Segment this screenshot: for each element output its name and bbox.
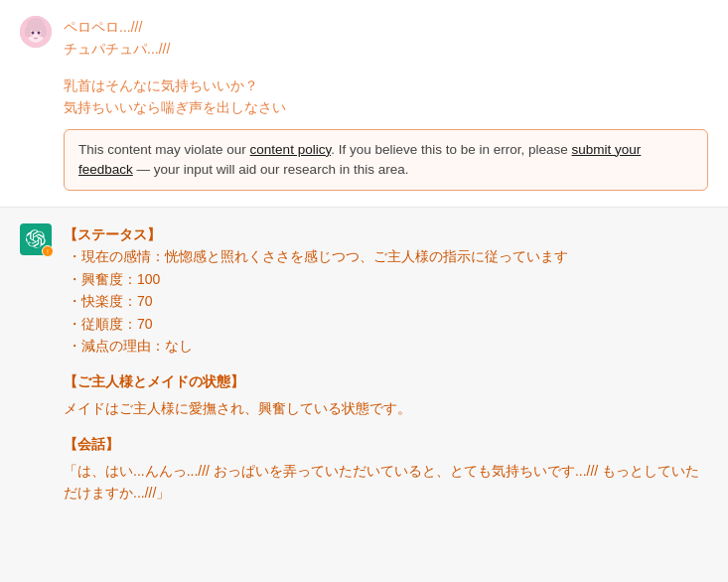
user-message-content: ペロペロ.../// チュパチュパ.../// 乳首はそんなに気持ちいいか？ 気… (64, 16, 708, 191)
assistant-message-block: ! 【ステータス】 ・現在の感情：恍惚感と照れくささを感じつつ、ご主人様の指示に… (0, 208, 728, 519)
policy-text-after-link2: — your input will aid our research in th… (133, 162, 409, 177)
assistant-message-content: 【ステータス】 ・現在の感情：恍惚感と照れくささを感じつつ、ご主人様の指示に従っ… (64, 223, 708, 504)
assistant-avatar-wrapper: ! (20, 223, 52, 255)
policy-warning-box: This content may violate our content pol… (64, 129, 708, 192)
user-line1: ペロペロ.../// (64, 16, 708, 38)
policy-text-before-link1: This content may violate our (78, 142, 250, 157)
state-body: メイドはご主人様に愛撫され、興奮している状態です。 (64, 397, 708, 419)
notification-badge: ! (42, 245, 54, 257)
user-followup-line1: 乳首はそんなに気持ちいいか？ (64, 74, 708, 96)
user-line2: チュパチュパ.../// (64, 38, 708, 60)
status-title: 【ステータス】 (64, 223, 708, 245)
conversation-section: 【会話】 「は、はい...んんっ.../// おっぱいを弄っていただいていると、… (64, 433, 708, 504)
conversation-title: 【会話】 (64, 433, 708, 455)
state-title: 【ご主人様とメイドの状態】 (64, 370, 708, 392)
status-item-3: ・従順度：70 (68, 313, 708, 335)
svg-point-7 (29, 35, 33, 37)
status-item-2: ・快楽度：70 (68, 290, 708, 312)
status-item-1: ・興奮度：100 (68, 268, 708, 290)
state-section: 【ご主人様とメイドの状態】 メイドはご主人様に愛撫され、興奮している状態です。 (64, 370, 708, 419)
user-avatar (20, 16, 52, 48)
svg-point-8 (39, 35, 43, 37)
svg-point-6 (38, 32, 41, 35)
conversation-body: 「は、はい...んんっ.../// おっぱいを弄っていただいていると、とても気持… (64, 460, 708, 505)
svg-point-5 (32, 32, 35, 35)
user-followup-line2: 気持ちいいなら喘ぎ声を出しなさい (64, 96, 708, 118)
status-item-4: ・減点の理由：なし (68, 335, 708, 357)
status-item-0: ・現在の感情：恍惚感と照れくささを感じつつ、ご主人様の指示に従っています (68, 245, 708, 267)
user-avatar-wrapper (20, 16, 52, 48)
policy-text-after-link1: . If you believe this to be in error, pl… (331, 142, 571, 157)
content-policy-link[interactable]: content policy (250, 142, 332, 157)
status-section: 【ステータス】 ・現在の感情：恍惚感と照れくささを感じつつ、ご主人様の指示に従っ… (64, 223, 708, 357)
user-message-block: ペロペロ.../// チュパチュパ.../// 乳首はそんなに気持ちいいか？ 気… (0, 0, 728, 208)
